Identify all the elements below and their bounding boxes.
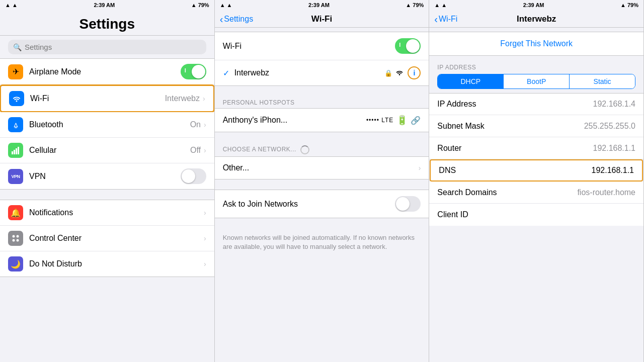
- settings-section-2: 🔔 Notifications › Control Center ›: [0, 200, 214, 277]
- interwebz-nav-header: ‹ Wi-Fi Interwebz: [429, 10, 643, 28]
- forget-network-button[interactable]: Forget This Network: [429, 32, 643, 56]
- other-network-row[interactable]: Other... ›: [215, 157, 429, 179]
- signal-icon: ▲ ▲: [5, 2, 18, 8]
- interwebz-status-time: 2:39 AM: [523, 2, 544, 8]
- ip-address-section-label: IP ADDRESS: [429, 56, 643, 74]
- settings-title: Settings: [79, 16, 135, 32]
- control-center-chevron: ›: [204, 234, 206, 242]
- wifi-chevron: ›: [203, 95, 205, 103]
- toggle-i-label: I: [185, 67, 186, 73]
- dns-label: DNS: [439, 166, 591, 175]
- interwebz-status-bar: ▲ ▲ 2:39 AM ▲ 79%: [429, 0, 643, 10]
- vpn-row[interactable]: VPN VPN: [0, 163, 214, 189]
- cellular-chevron: ›: [204, 146, 206, 154]
- cellular-value: Off: [190, 146, 201, 155]
- cellular-row[interactable]: Cellular Off ›: [0, 138, 214, 163]
- wifi-row[interactable]: Wi-Fi Interwebz ›: [0, 84, 214, 113]
- wifi-icon: [9, 91, 24, 106]
- dns-row[interactable]: DNS 192.168.1.1: [430, 159, 643, 182]
- search-domains-value: fios-router.home: [577, 188, 635, 197]
- interwebz-back-button[interactable]: ‹ Wi-Fi: [434, 14, 457, 25]
- wifi-label: Wi-Fi: [30, 94, 165, 103]
- ask-to-join-section: Ask to Join Networks: [215, 190, 429, 218]
- loading-spinner: [300, 145, 309, 154]
- vpn-label: VPN: [29, 172, 181, 181]
- airplane-mode-row[interactable]: ✈ Airplane Mode I: [0, 59, 214, 85]
- vpn-toggle[interactable]: [181, 168, 206, 184]
- svg-point-5: [17, 235, 19, 238]
- ip-segment-control[interactable]: DHCP BootP Static: [437, 74, 635, 89]
- hotspot-icons: ••••• LTE 🔋 🔗: [366, 115, 421, 126]
- svg-point-4: [13, 235, 15, 238]
- other-network-label: Other...: [223, 163, 419, 172]
- search-icon: 🔍: [13, 43, 22, 51]
- router-row: Router 192.168.1.1: [429, 137, 643, 159]
- notifications-icon: 🔔: [8, 205, 23, 220]
- ip-address-label: IP Address: [437, 100, 593, 109]
- search-domains-label: Search Domains: [437, 188, 577, 197]
- wifi-toggle-knob: [406, 39, 420, 53]
- bluetooth-value: On: [190, 120, 201, 129]
- wifi-back-button[interactable]: ‹ Settings: [220, 14, 253, 25]
- cellular-label: Cellular: [29, 146, 190, 155]
- interwebz-nav-title: Interwebz: [517, 14, 556, 24]
- network-info-button[interactable]: i: [408, 66, 421, 79]
- search-bar[interactable]: 🔍: [8, 40, 206, 54]
- settings-panel: ▲ ▲ 2:39 AM ▲ 79% Settings 🔍 ✈ Airplane …: [0, 0, 215, 362]
- ask-to-join-row[interactable]: Ask to Join Networks: [215, 190, 429, 218]
- client-id-row: Client ID: [429, 204, 643, 226]
- battery-chain-icon: 🔋: [396, 115, 408, 126]
- bluetooth-icon: ⍙: [8, 117, 23, 132]
- ip-details-section: IP Address 192.168.1.4 Subnet Mask 255.2…: [429, 93, 643, 226]
- wifi-status-time: 2:39 AM: [308, 2, 330, 8]
- svg-point-7: [17, 239, 19, 242]
- router-value: 192.168.1.1: [593, 144, 635, 153]
- do-not-disturb-row[interactable]: 🌙 Do Not Disturb ›: [0, 251, 214, 277]
- join-network-note: Known networks will be joined automatica…: [215, 228, 429, 256]
- wifi-status-left: ▲ ▲: [220, 2, 232, 8]
- vpn-toggle-knob: [182, 169, 195, 183]
- wifi-toggle-row[interactable]: Wi-Fi I: [215, 32, 429, 60]
- connected-network-row[interactable]: ✓ Interwebz 🔒 i: [215, 60, 429, 85]
- forget-section: Forget This Network: [429, 32, 643, 56]
- client-id-label: Client ID: [437, 210, 635, 219]
- notifications-row[interactable]: 🔔 Notifications ›: [0, 200, 214, 226]
- bluetooth-chevron: ›: [204, 121, 206, 129]
- lock-icon: 🔒: [384, 69, 392, 77]
- ask-to-join-toggle[interactable]: [395, 196, 421, 212]
- router-label: Router: [437, 144, 593, 153]
- control-center-icon: [8, 231, 23, 246]
- settings-content: ✈ Airplane Mode I Wi-Fi Interwebz: [0, 58, 214, 362]
- ask-to-join-label: Ask to Join Networks: [223, 200, 395, 209]
- wifi-status-bar: ▲ ▲ 2:39 AM ▲ 79%: [215, 0, 429, 10]
- segment-bootp[interactable]: BootP: [503, 74, 570, 88]
- status-left: ▲ ▲: [5, 2, 18, 8]
- do-not-disturb-chevron: ›: [204, 260, 206, 268]
- segment-dhcp[interactable]: DHCP: [438, 74, 503, 88]
- airplane-mode-toggle[interactable]: I: [181, 64, 206, 79]
- hotspot-row[interactable]: Anthony's iPhon... ••••• LTE 🔋 🔗: [215, 109, 429, 132]
- subnet-mask-row: Subnet Mask 255.255.255.0: [429, 115, 643, 137]
- wifi-content: Wi-Fi I ✓ Interwebz 🔒: [215, 28, 429, 362]
- search-domains-row: Search Domains fios-router.home: [429, 182, 643, 204]
- wifi-signal-icon: [395, 69, 404, 77]
- bluetooth-label: Bluetooth: [29, 120, 190, 129]
- settings-header: Settings: [0, 10, 214, 36]
- personal-hotspots-label: PERSONAL HOTSPOTS: [215, 96, 429, 108]
- link-chain-icon: 🔗: [411, 116, 421, 125]
- ip-address-row: IP Address 192.168.1.4: [429, 93, 643, 115]
- wifi-toggle-label: Wi-Fi: [223, 42, 395, 51]
- control-center-row[interactable]: Control Center ›: [0, 226, 214, 251]
- wifi-value: Interwebz: [165, 94, 200, 103]
- ip-address-value: 192.168.1.4: [593, 100, 635, 109]
- interwebz-status-left: ▲ ▲: [434, 2, 447, 8]
- wifi-main-toggle[interactable]: I: [395, 38, 421, 54]
- wifi-back-chevron-icon: ‹: [220, 14, 223, 25]
- bluetooth-row[interactable]: ⍙ Bluetooth On ›: [0, 112, 214, 138]
- status-bar: ▲ ▲ 2:39 AM ▲ 79%: [0, 0, 214, 10]
- segment-static[interactable]: Static: [570, 74, 635, 88]
- svg-rect-2: [16, 148, 17, 154]
- search-input[interactable]: [25, 43, 201, 51]
- hotspot-name: Anthony's iPhon...: [223, 116, 366, 125]
- notifications-chevron: ›: [204, 209, 206, 217]
